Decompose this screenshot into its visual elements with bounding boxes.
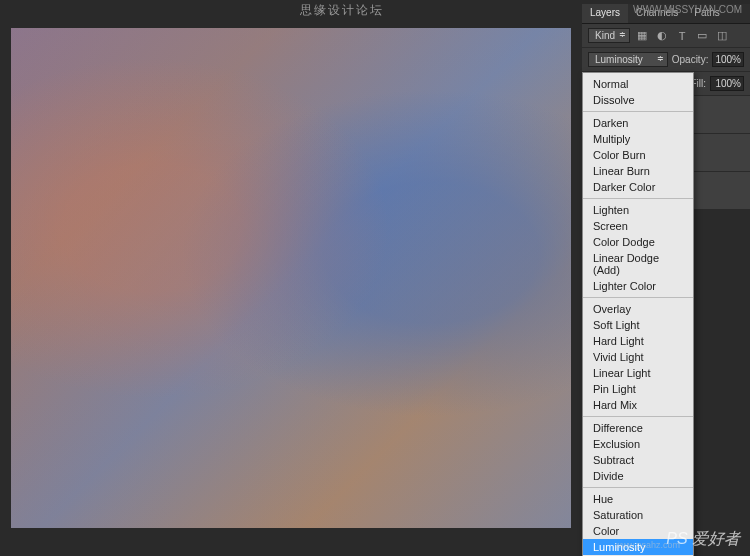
filter-type-icon[interactable]: T xyxy=(674,28,690,44)
blend-option-subtract[interactable]: Subtract xyxy=(583,452,693,468)
blend-option-linear-dodge-add-[interactable]: Linear Dodge (Add) xyxy=(583,250,693,278)
blend-option-hard-mix[interactable]: Hard Mix xyxy=(583,397,693,413)
blend-mode-select[interactable]: Luminosity xyxy=(588,52,668,67)
blend-option-lighten[interactable]: Lighten xyxy=(583,202,693,218)
blend-option-normal[interactable]: Normal xyxy=(583,76,693,92)
opacity-input[interactable]: 100% xyxy=(712,52,744,67)
blend-option-multiply[interactable]: Multiply xyxy=(583,131,693,147)
kind-select[interactable]: Kind xyxy=(588,28,630,43)
blend-option-color-burn[interactable]: Color Burn xyxy=(583,147,693,163)
blend-option-linear-burn[interactable]: Linear Burn xyxy=(583,163,693,179)
filter-shape-icon[interactable]: ▭ xyxy=(694,28,710,44)
blend-option-vivid-light[interactable]: Vivid Light xyxy=(583,349,693,365)
blend-option-screen[interactable]: Screen xyxy=(583,218,693,234)
blend-option-darker-color[interactable]: Darker Color xyxy=(583,179,693,195)
watermark-top: 思缘设计论坛 xyxy=(300,2,384,19)
opacity-label: Opacity: xyxy=(672,54,709,65)
blend-option-divide[interactable]: Divide xyxy=(583,468,693,484)
filter-row: Kind ▦ ◐ T ▭ ◫ xyxy=(582,24,750,48)
blend-mode-dropdown[interactable]: NormalDissolveDarkenMultiplyColor BurnLi… xyxy=(582,72,694,556)
blend-row: Luminosity Opacity: 100% xyxy=(582,48,750,72)
filter-smart-icon[interactable]: ◫ xyxy=(714,28,730,44)
watermark-url: WWW.MISSYUAN.COM xyxy=(633,4,742,15)
fill-input[interactable]: 100% xyxy=(710,76,744,91)
blend-option-dissolve[interactable]: Dissolve xyxy=(583,92,693,108)
blend-option-darken[interactable]: Darken xyxy=(583,115,693,131)
blend-option-difference[interactable]: Difference xyxy=(583,420,693,436)
blend-option-hue[interactable]: Hue xyxy=(583,491,693,507)
blend-option-lighter-color[interactable]: Lighter Color xyxy=(583,278,693,294)
filter-adjust-icon[interactable]: ◐ xyxy=(654,28,670,44)
watermark-bottom: PS 爱好者 xyxy=(666,529,740,550)
blend-option-overlay[interactable]: Overlay xyxy=(583,301,693,317)
canvas-image[interactable] xyxy=(11,28,571,528)
blend-option-color-dodge[interactable]: Color Dodge xyxy=(583,234,693,250)
blend-option-soft-light[interactable]: Soft Light xyxy=(583,317,693,333)
blend-option-saturation[interactable]: Saturation xyxy=(583,507,693,523)
blend-option-pin-light[interactable]: Pin Light xyxy=(583,381,693,397)
blend-option-exclusion[interactable]: Exclusion xyxy=(583,436,693,452)
tab-layers[interactable]: Layers xyxy=(582,4,628,23)
blend-option-linear-light[interactable]: Linear Light xyxy=(583,365,693,381)
canvas-area xyxy=(0,0,582,556)
blend-option-hard-light[interactable]: Hard Light xyxy=(583,333,693,349)
filter-pixel-icon[interactable]: ▦ xyxy=(634,28,650,44)
